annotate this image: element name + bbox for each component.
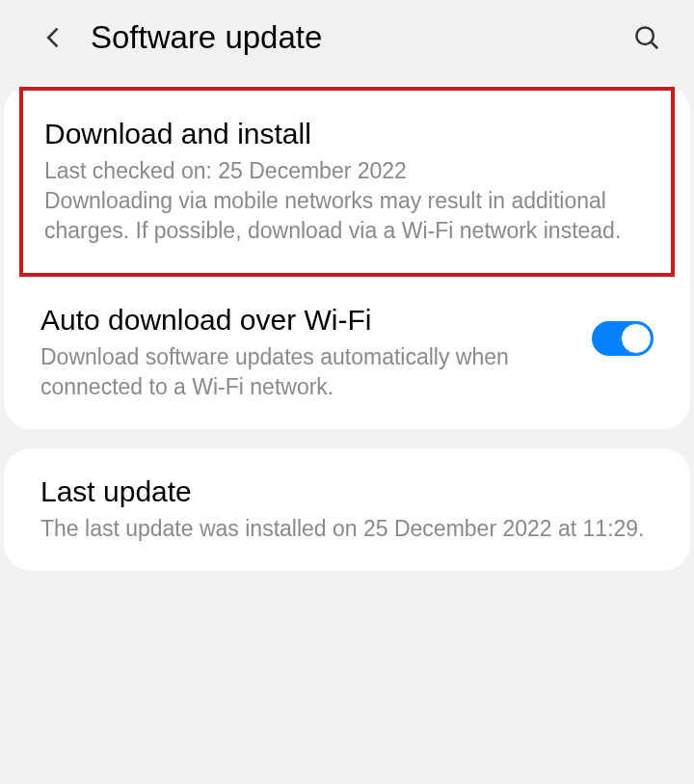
auto-download-text: Auto download over Wi-Fi Download softwa… [40, 304, 592, 402]
svg-point-0 [636, 27, 654, 44]
auto-download-description: Download software updates automatically … [40, 342, 573, 402]
search-icon[interactable] [632, 23, 661, 52]
last-update-item[interactable]: Last update The last update was installe… [4, 448, 690, 571]
back-icon[interactable] [40, 24, 67, 51]
auto-download-toggle[interactable] [592, 321, 654, 356]
svg-line-1 [652, 42, 657, 48]
settings-card-main: Download and install Last checked on: 25… [4, 85, 690, 429]
download-install-last-checked: Last checked on: 25 December 2022 [44, 156, 650, 186]
last-update-title: Last update [40, 475, 654, 508]
download-install-warning: Downloading via mobile networks may resu… [44, 186, 650, 246]
page-title: Software update [91, 19, 632, 56]
toggle-knob [621, 323, 652, 354]
download-install-title: Download and install [44, 118, 650, 150]
settings-card-last-update: Last update The last update was installe… [4, 448, 690, 571]
header: Software update [0, 0, 694, 85]
download-install-item[interactable]: Download and install Last checked on: 25… [19, 87, 675, 277]
auto-download-title: Auto download over Wi-Fi [40, 304, 573, 337]
last-update-description: The last update was installed on 25 Dece… [40, 514, 654, 544]
auto-download-item[interactable]: Auto download over Wi-Fi Download softwa… [4, 277, 690, 429]
